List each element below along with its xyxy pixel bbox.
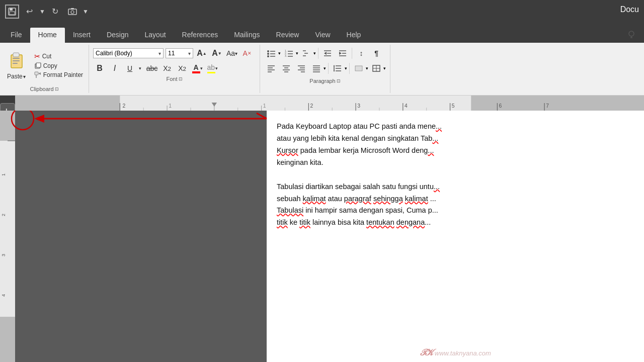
para-divider4	[349, 63, 350, 74]
paragraph-label: Paragraph ⊡	[264, 78, 386, 84]
tab-view[interactable]: View	[307, 28, 338, 43]
decrease-indent-button[interactable]	[320, 47, 335, 60]
tab-references[interactable]: References	[174, 28, 226, 43]
svg-rect-69	[15, 96, 120, 111]
numbered-list-dropdown[interactable]: ▾	[296, 51, 298, 56]
undo-btn[interactable]: ↩	[22, 5, 36, 19]
save-icon[interactable]	[5, 5, 19, 19]
para-divider2	[352, 48, 352, 59]
cut-button[interactable]: ✂ Cut	[33, 52, 85, 61]
redo-btn[interactable]: ↻	[48, 5, 62, 19]
strikethrough-button[interactable]: abc	[145, 62, 158, 75]
font-row1: Calibri (Body) ▾ 11 ▾ A▲ A▼ Aa▾ A✕	[93, 47, 254, 60]
numbered-list-button[interactable]: 1.2.3.	[282, 47, 296, 60]
tab-design[interactable]: Design	[99, 28, 137, 43]
subscript-button[interactable]: X2	[160, 62, 174, 75]
customize-qat-btn[interactable]: ▼	[83, 8, 89, 15]
copy-icon	[34, 62, 41, 69]
document-area: 1 2 3 4 Pada Keyboard Laptop atau PC pas…	[0, 111, 644, 362]
text-color-button[interactable]: A ▾	[191, 62, 204, 75]
justify-btn-group: ▾	[309, 62, 326, 75]
clipboard-mini-buttons: ✂ Cut Copy Format Painter	[33, 52, 85, 79]
clipboard-label: Clipboard ⊡	[4, 86, 85, 92]
tab-help[interactable]: Help	[339, 28, 369, 43]
highlight-icon: ab	[207, 63, 215, 73]
svg-text:3: 3	[357, 103, 360, 109]
tab-review[interactable]: Review	[268, 28, 307, 43]
underline-button[interactable]: U	[123, 62, 136, 75]
font-color-dropdown[interactable]: ▾	[200, 66, 203, 71]
italic-button[interactable]: I	[108, 62, 121, 75]
ruler-area: L 2 1 1 2 3 4 5 6	[0, 96, 644, 111]
clear-formatting-button[interactable]: A✕	[240, 47, 254, 60]
line-spacing-button[interactable]	[331, 62, 345, 75]
align-left-button[interactable]	[264, 62, 278, 75]
align-right-button[interactable]	[294, 62, 308, 75]
show-hide-button[interactable]: ¶	[369, 47, 383, 60]
superscript-button[interactable]: X2	[176, 62, 189, 75]
doc-para-4: keinginan kita.	[277, 157, 634, 169]
svg-marker-39	[339, 52, 342, 55]
shading-dropdown[interactable]: ▾	[366, 66, 368, 71]
highlight-color-button[interactable]: ab ▾	[206, 62, 219, 75]
font-color-container: A	[192, 63, 200, 73]
paste-label: Paste	[7, 73, 23, 80]
tab-insert[interactable]: Insert	[65, 28, 99, 43]
help-lightbulb-icon[interactable]	[626, 29, 637, 42]
font-expand-icon[interactable]: ⊡	[179, 76, 183, 81]
borders-button[interactable]	[369, 62, 383, 75]
svg-text:2: 2	[310, 103, 313, 109]
svg-text:3.: 3.	[285, 54, 287, 57]
decrease-font-button[interactable]: A▼	[210, 47, 223, 60]
sort-button[interactable]: ↕	[354, 47, 368, 60]
tab-file[interactable]: File	[3, 28, 30, 43]
font-size-dropdown-arrow[interactable]: ▾	[188, 51, 191, 56]
clipboard-expand-icon[interactable]: ⊡	[55, 86, 59, 92]
undo-dropdown[interactable]: ▼	[39, 8, 45, 15]
borders-dropdown[interactable]: ▾	[383, 66, 386, 71]
underline-btn-group: U ▾	[123, 62, 143, 75]
bullet-list-button[interactable]	[264, 47, 278, 60]
paste-button[interactable]: Paste ▾	[4, 50, 29, 81]
watermark: 𝒯𝒦 www.taknyana.com	[420, 347, 491, 358]
increase-indent-button[interactable]	[336, 47, 350, 60]
format-painter-button[interactable]: Format Painter	[33, 71, 85, 79]
font-family-select[interactable]: Calibri (Body) ▾	[93, 48, 164, 58]
multilevel-list-dropdown[interactable]: ▾	[313, 51, 316, 56]
highlight-dropdown[interactable]: ▾	[215, 66, 218, 71]
paragraph-expand-icon[interactable]: ⊡	[337, 78, 341, 83]
shading-button[interactable]	[352, 62, 366, 75]
align-center-button[interactable]	[279, 62, 293, 75]
screenshot-btn[interactable]	[65, 5, 79, 19]
line-spacing-dropdown[interactable]: ▾	[345, 66, 347, 71]
svg-rect-16	[35, 72, 38, 75]
font-group: Calibri (Body) ▾ 11 ▾ A▲ A▼ Aa▾ A✕ B I U…	[89, 45, 260, 93]
tab-home[interactable]: Home	[30, 28, 65, 43]
doc-para-5: Tabulasi diartikan sebagai salah satu fu…	[277, 181, 634, 193]
justify-dropdown[interactable]: ▾	[324, 66, 326, 71]
para-divider1	[318, 48, 318, 59]
paste-dropdown-arrow[interactable]: ▾	[23, 74, 26, 79]
justify-button[interactable]	[309, 62, 324, 75]
tab-mailings[interactable]: Mailings	[226, 28, 268, 43]
copy-button[interactable]: Copy	[33, 62, 85, 70]
multilevel-list-button[interactable]	[299, 47, 313, 60]
svg-text:1: 1	[263, 103, 266, 109]
styles-group	[390, 45, 644, 93]
svg-rect-15	[36, 63, 41, 67]
app-title: Docu	[620, 5, 639, 14]
svg-rect-11	[13, 58, 20, 59]
change-case-button[interactable]: Aa▾	[225, 47, 238, 60]
doc-page[interactable]: Pada Keyboard Laptop atau PC pasti anda …	[267, 111, 644, 362]
bold-button[interactable]: B	[93, 62, 106, 75]
bullet-list-dropdown[interactable]: ▾	[278, 51, 281, 56]
paragraph-row2: ▾ ▾ ▾ ▾	[264, 62, 386, 75]
shading-btn-group: ▾	[352, 62, 368, 75]
increase-font-button[interactable]: A▲	[195, 47, 208, 60]
tab-layout[interactable]: Layout	[137, 28, 174, 43]
underline-dropdown[interactable]: ▾	[136, 62, 143, 75]
font-size-select[interactable]: 11 ▾	[166, 48, 193, 58]
svg-point-4	[71, 11, 74, 14]
font-family-dropdown-arrow[interactable]: ▾	[158, 51, 161, 56]
doc-para-spacer	[277, 169, 634, 181]
